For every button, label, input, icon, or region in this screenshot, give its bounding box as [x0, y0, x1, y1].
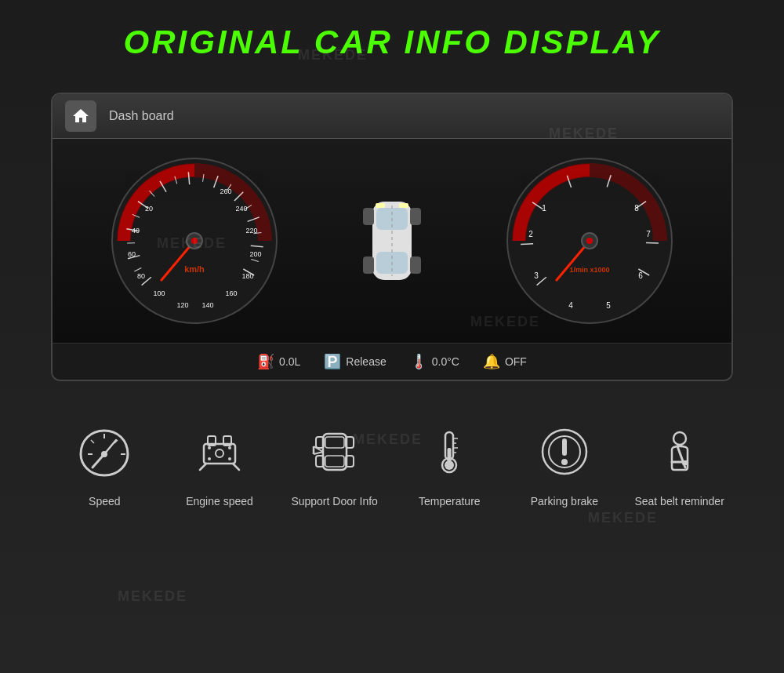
home-icon — [71, 107, 90, 126]
speedometer: 20 40 60 80 100 120 140 160 180 200 220 … — [108, 155, 281, 327]
svg-text:60: 60 — [128, 250, 136, 258]
brake-release-icon: 🅿️ — [324, 353, 341, 370]
svg-text:4: 4 — [568, 301, 573, 310]
svg-text:2: 2 — [528, 230, 533, 238]
svg-line-76 — [91, 440, 94, 443]
door-icon — [307, 424, 362, 479]
svg-point-37 — [191, 238, 198, 244]
svg-text:100: 100 — [153, 289, 165, 297]
svg-text:200: 200 — [249, 250, 261, 258]
svg-text:7: 7 — [646, 230, 651, 238]
home-icon-box — [65, 100, 96, 132]
status-bar: ⛽ 0.0L 🅿️ Release 🌡️ 0.0°C 🔔 OFF — [53, 343, 731, 380]
watermark-7: MEKEDE — [118, 588, 187, 605]
fuel-value: 0.0L — [279, 355, 300, 368]
svg-line-96 — [314, 452, 323, 454]
feature-door-info: Support Door Info — [284, 420, 386, 510]
seatbelt-icon-box — [648, 420, 711, 483]
svg-text:220: 220 — [245, 227, 257, 235]
svg-text:180: 180 — [241, 272, 253, 280]
tachometer: 1 2 3 4 5 6 7 8 1/min x1000 — [503, 155, 676, 327]
parking-icon-box — [533, 420, 596, 483]
svg-point-72 — [101, 451, 107, 457]
svg-text:1/min x1000: 1/min x1000 — [569, 266, 609, 274]
feature-parking-brake: Parking brake — [514, 420, 615, 510]
temp-icon: 🌡️ — [410, 353, 427, 370]
svg-rect-42 — [363, 208, 374, 225]
belt-icon: 🔔 — [483, 353, 500, 370]
tachometer-svg: 1 2 3 4 5 6 7 8 1/min x1000 — [503, 155, 676, 327]
svg-text:8: 8 — [634, 204, 639, 213]
svg-line-81 — [200, 464, 206, 470]
svg-text:140: 140 — [201, 301, 213, 309]
engine-icon — [192, 424, 247, 479]
svg-rect-89 — [325, 437, 344, 448]
engine-label: Engine speed — [186, 494, 253, 510]
speed-icon-box — [73, 420, 136, 483]
svg-text:1: 1 — [542, 204, 546, 213]
feature-seatbelt: Seat belt reminder — [629, 420, 731, 510]
svg-point-87 — [228, 457, 231, 460]
svg-text:6: 6 — [638, 271, 643, 280]
svg-point-84 — [208, 446, 211, 449]
svg-line-51 — [521, 244, 533, 245]
status-fuel: ⛽ 0.0L — [257, 353, 300, 370]
page-title: ORIGINAL CAR INFO DISPLAY — [124, 24, 661, 61]
svg-point-68 — [586, 238, 593, 244]
door-label: Support Door Info — [291, 494, 378, 510]
parking-label: Parking brake — [531, 494, 598, 510]
svg-text:20: 20 — [145, 205, 153, 213]
svg-text:80: 80 — [137, 272, 145, 280]
temperature-icon — [422, 424, 477, 479]
speedometer-svg: 20 40 60 80 100 120 140 160 180 200 220 … — [108, 155, 281, 327]
features-row: Speed — [31, 420, 753, 510]
speed-label: Speed — [89, 494, 120, 510]
fuel-icon: ⛽ — [257, 353, 274, 370]
svg-text:260: 260 — [220, 187, 231, 195]
temp-label: Temperature — [419, 494, 481, 510]
svg-text:120: 120 — [176, 301, 188, 309]
svg-text:3: 3 — [534, 271, 539, 280]
feature-engine-speed: Engine speed — [169, 420, 270, 510]
svg-text:160: 160 — [225, 289, 237, 297]
temp-icon-box — [418, 420, 481, 483]
svg-rect-113 — [682, 460, 688, 465]
page-container: MEKEDE MEKEDE MEKEDE MEKEDE MEKEDE MEKED… — [0, 0, 784, 673]
seatbelt-icon — [652, 424, 707, 479]
svg-text:5: 5 — [606, 301, 611, 310]
svg-text:km/h: km/h — [184, 264, 205, 274]
svg-line-56 — [646, 243, 659, 244]
svg-rect-90 — [325, 456, 344, 467]
dashboard-screen: Dash board — [51, 93, 733, 381]
dash-body: 20 40 60 80 100 120 140 160 180 200 220 … — [53, 139, 731, 343]
car-svg — [357, 178, 427, 304]
svg-rect-44 — [363, 256, 374, 274]
svg-rect-47 — [376, 203, 385, 208]
temp-value: 0.0°C — [432, 355, 459, 368]
svg-point-101 — [445, 460, 454, 470]
watermark-6: MEKEDE — [588, 510, 658, 526]
svg-rect-45 — [410, 256, 421, 274]
status-seatbelt: 🔔 OFF — [483, 353, 527, 370]
svg-text:40: 40 — [132, 227, 140, 235]
feature-temperature: Temperature — [398, 420, 500, 510]
parking-brake-icon — [537, 424, 592, 479]
svg-rect-48 — [399, 203, 408, 208]
speed-icon — [77, 424, 132, 479]
svg-rect-43 — [410, 208, 421, 225]
feature-speed: Speed — [53, 420, 155, 510]
status-temp: 🌡️ 0.0°C — [410, 353, 459, 370]
svg-rect-108 — [562, 438, 567, 456]
seatbelt-label: Seat belt reminder — [634, 494, 724, 510]
dash-board-label: Dash board — [109, 109, 174, 123]
svg-text:240: 240 — [235, 205, 247, 213]
svg-point-86 — [208, 457, 211, 460]
svg-point-110 — [673, 432, 686, 445]
belt-value: OFF — [505, 355, 527, 368]
brake-value: Release — [346, 355, 386, 368]
status-handbrake: 🅿️ Release — [324, 353, 386, 370]
svg-point-83 — [216, 449, 223, 457]
door-icon-box — [303, 420, 366, 483]
svg-point-109 — [561, 459, 568, 465]
dash-header: Dash board — [53, 94, 731, 139]
